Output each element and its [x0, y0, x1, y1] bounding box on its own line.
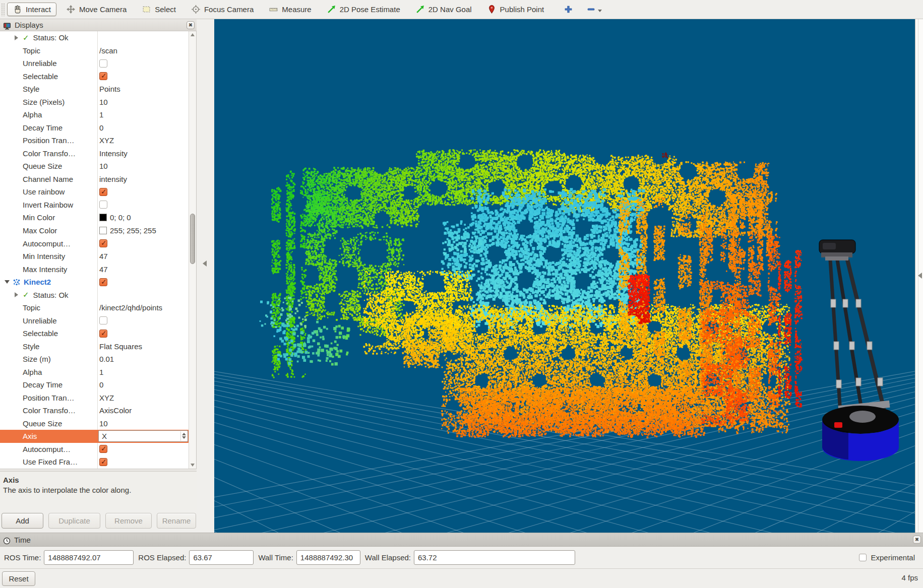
collapse-left-icon[interactable]	[203, 260, 207, 267]
tree-row-unreliable[interactable]: Unreliable	[0, 314, 189, 327]
tree-row-axis[interactable]: XAxis	[0, 430, 189, 443]
tree-row-max-color[interactable]: Max Color255; 255; 255	[0, 224, 189, 237]
tree-row-size-pixels[interactable]: Size (Pixels)10	[0, 96, 189, 109]
tree-row-style[interactable]: StyleFlat Squares	[0, 340, 189, 353]
tree-row-min-color[interactable]: Min Color0; 0; 0	[0, 211, 189, 224]
tree-row-queue-size[interactable]: Queue Size10	[0, 160, 189, 173]
tool-select[interactable]: Select	[136, 3, 181, 16]
property-checkbox[interactable]	[99, 330, 107, 338]
time-panel: Time ✖ ROS Time:ROS Elapsed:Wall Time:Wa…	[0, 533, 923, 568]
collapse-icon[interactable]	[5, 280, 10, 284]
combobox-value: X	[102, 432, 107, 440]
enabled-checkbox[interactable]	[99, 278, 107, 286]
tool-measure[interactable]: Measure	[263, 3, 317, 16]
tool-publish-point[interactable]: Publish Point	[481, 3, 550, 16]
tree-row-use-fixed-fra[interactable]: Use Fixed Fra…	[0, 455, 189, 469]
experimental-checkbox[interactable]	[859, 554, 867, 561]
property-checkbox[interactable]	[99, 458, 107, 466]
remove-tool-button[interactable]	[583, 4, 605, 15]
toolbar-tools: InteractMove CameraSelectFocus CameraMea…	[7, 3, 553, 16]
right-splitter[interactable]	[915, 19, 923, 533]
tool-focus-camera[interactable]: Focus Camera	[186, 3, 259, 16]
property-checkbox[interactable]	[99, 316, 107, 324]
chevron-down-icon[interactable]	[598, 10, 602, 12]
tree-row-topic[interactable]: Topic/scan	[0, 44, 189, 57]
tree-row-decay-time[interactable]: Decay Time0	[0, 378, 189, 391]
property-checkbox[interactable]	[99, 445, 107, 453]
property-value: /scan	[97, 46, 189, 55]
tree-row-status-ok[interactable]: ✓Status: Ok	[0, 288, 189, 301]
tree-row-min-intensity[interactable]: Min Intensity47	[0, 250, 189, 263]
tree-row-style[interactable]: StylePoints	[0, 83, 189, 96]
time-field-label: ROS Time:	[4, 553, 41, 562]
color-swatch[interactable]	[99, 214, 107, 221]
tree-row-kinect2[interactable]: Kinect2	[0, 276, 189, 289]
tree-row-queue-size[interactable]: Queue Size10	[0, 417, 189, 430]
ros-time-input[interactable]	[44, 550, 134, 565]
tree-row-topic[interactable]: Topic/kinect2/qhd/points	[0, 301, 189, 314]
reset-button[interactable]: Reset	[2, 571, 35, 586]
add-tool-button[interactable]	[561, 4, 576, 15]
property-checkbox[interactable]	[99, 201, 107, 209]
tree-row-status-ok[interactable]: ✓Status: Ok	[0, 31, 189, 44]
time-field-label: ROS Elapsed:	[138, 553, 186, 562]
tree-row-color-transfo[interactable]: Color Transfo…AxisColor	[0, 404, 189, 417]
spin-down-icon[interactable]	[182, 436, 186, 439]
property-value: 1	[97, 110, 189, 119]
property-checkbox[interactable]	[99, 59, 107, 68]
render-view-3d[interactable]	[214, 19, 915, 533]
tree-row-selectable[interactable]: Selectable	[0, 70, 189, 83]
close-icon[interactable]: ✖	[187, 21, 195, 29]
tree-row-invert-rainbow[interactable]: Invert Rainbow	[0, 199, 189, 212]
property-label: Queue Size	[23, 419, 62, 428]
tool-2d-pose-estimate[interactable]: 2D Pose Estimate	[321, 3, 406, 16]
tree-row-use-rainbow[interactable]: Use rainbow	[0, 185, 189, 199]
tree-row-position-tran[interactable]: Position Tran…XYZ	[0, 134, 189, 147]
property-text-value: /scan	[99, 46, 117, 55]
tree-row-autocomput[interactable]: Autocomput…	[0, 443, 189, 456]
tree-row-decay-time[interactable]: Decay Time0	[0, 121, 189, 135]
tool-move-camera[interactable]: Move Camera	[60, 3, 132, 16]
property-label: Color Transfo…	[23, 149, 76, 158]
property-value: 47	[97, 252, 189, 260]
scroll-down-icon[interactable]	[191, 464, 195, 467]
scrollbar-thumb[interactable]	[190, 214, 195, 264]
tree-row-alpha[interactable]: Alpha1	[0, 108, 189, 121]
property-name: Invert Rainbow	[0, 201, 97, 209]
property-checkbox[interactable]	[99, 188, 107, 196]
color-swatch[interactable]	[99, 227, 107, 234]
tree-scrollbar[interactable]	[189, 31, 196, 469]
tree-row-max-intensity[interactable]: Max Intensity47	[0, 263, 189, 276]
duplicate-button: Duplicate	[48, 513, 100, 529]
expand-icon[interactable]	[15, 35, 18, 40]
property-checkbox[interactable]	[99, 72, 107, 80]
tree-row-selectable[interactable]: Selectable	[0, 327, 189, 340]
ros-elapsed-input[interactable]	[189, 550, 254, 565]
description-title: Axis	[3, 475, 194, 485]
tree-row-channel-name[interactable]: Channel Nameintensity	[0, 173, 189, 186]
property-checkbox[interactable]	[99, 239, 107, 247]
left-splitter[interactable]	[197, 19, 214, 533]
tree-row-autocomput[interactable]: Autocomput…	[0, 237, 189, 250]
toolbar-grip[interactable]	[1, 3, 5, 16]
wall-time-input[interactable]	[296, 550, 360, 565]
tool-2d-nav-goal[interactable]: 2D Nav Goal	[410, 3, 477, 16]
expand-icon[interactable]	[15, 292, 18, 297]
property-name: Unreliable	[0, 59, 97, 68]
spinner-buttons[interactable]	[180, 431, 187, 441]
tree-row-unreliable[interactable]: Unreliable	[0, 57, 189, 70]
wall-elapsed-input[interactable]	[414, 550, 575, 565]
add-button[interactable]: Add	[2, 513, 43, 529]
close-icon[interactable]: ✖	[913, 536, 921, 544]
tree-row-color-transfo[interactable]: Color Transfo…Intensity	[0, 147, 189, 160]
property-label: Unreliable	[23, 316, 57, 325]
tool-interact[interactable]: Interact	[7, 3, 56, 16]
tree-row-size-m[interactable]: Size (m)0.01	[0, 353, 189, 366]
collapse-right-icon[interactable]	[918, 273, 922, 279]
tree-row-alpha[interactable]: Alpha1	[0, 365, 189, 378]
scroll-up-icon[interactable]	[191, 33, 195, 36]
spin-up-icon[interactable]	[182, 433, 186, 435]
tree-row-position-tran[interactable]: Position Tran…XYZ	[0, 391, 189, 404]
axis-combobox[interactable]: X	[98, 430, 188, 442]
displays-monitor-icon	[3, 21, 11, 29]
